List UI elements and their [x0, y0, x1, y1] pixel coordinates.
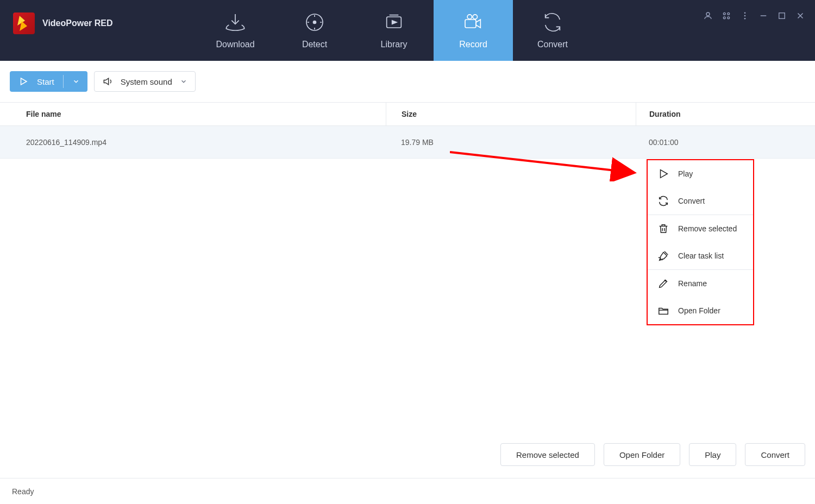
svg-point-13	[744, 18, 746, 20]
nav-detect[interactable]: Detect	[275, 0, 354, 61]
play-label: Play	[705, 450, 720, 459]
remove-selected-button[interactable]: Remove selected	[500, 443, 595, 466]
cell-duration: 00:01:00	[636, 138, 815, 147]
open-folder-label: Open Folder	[619, 450, 664, 459]
table-row[interactable]: 20220616_114909.mp4 19.79 MB 00:01:00	[0, 126, 815, 159]
audio-source-dropdown[interactable]: System sound	[94, 71, 196, 92]
maximize-button[interactable]	[777, 11, 787, 21]
app-title: VideoPower RED	[42, 18, 113, 28]
ctx-open-folder[interactable]: Open Folder	[648, 297, 753, 324]
open-folder-button[interactable]: Open Folder	[604, 443, 680, 466]
svg-point-8	[728, 12, 730, 15]
table-body: 20220616_114909.mp4 19.79 MB 00:01:00	[0, 126, 815, 159]
column-header-duration[interactable]: Duration	[636, 103, 815, 125]
detect-icon	[304, 11, 325, 33]
ctx-convert-label: Convert	[678, 197, 705, 205]
speaker-icon	[102, 76, 113, 87]
column-header-size[interactable]: Size	[386, 103, 636, 125]
ctx-play[interactable]: Play	[648, 160, 753, 187]
svg-point-9	[723, 17, 725, 19]
svg-point-11	[744, 12, 746, 14]
nav-record[interactable]: Record	[434, 0, 513, 61]
svg-point-10	[728, 17, 730, 19]
folder-icon	[657, 305, 669, 317]
svg-point-1	[314, 21, 316, 24]
play-icon	[18, 77, 28, 86]
svg-point-4	[467, 15, 472, 19]
ctx-remove-label: Remove selected	[678, 224, 737, 233]
ctx-clear[interactable]: Clear task list	[648, 242, 753, 269]
nav-detect-label: Detect	[302, 40, 327, 49]
refresh-icon	[657, 195, 669, 207]
remove-label: Remove selected	[516, 450, 579, 459]
table-header: File name Size Duration	[0, 102, 815, 126]
status-bar: Ready	[0, 478, 815, 504]
cell-size: 19.79 MB	[386, 138, 636, 147]
nav-download[interactable]: Download	[196, 0, 275, 61]
close-button[interactable]	[795, 11, 805, 21]
pencil-icon	[657, 278, 669, 289]
column-header-file[interactable]: File name	[0, 110, 386, 118]
start-label: Start	[37, 77, 54, 86]
nav-download-label: Download	[216, 40, 254, 49]
convert-icon	[542, 11, 563, 33]
convert-label: Convert	[761, 450, 789, 459]
bottom-actions: Remove selected Open Folder Play Convert	[500, 443, 805, 466]
svg-point-7	[723, 12, 725, 15]
cell-filename: 20220616_114909.mp4	[0, 138, 386, 147]
nav-library[interactable]: Library	[354, 0, 434, 61]
nav-record-label: Record	[459, 40, 487, 49]
nav-convert-label: Convert	[537, 40, 568, 49]
ctx-open-folder-label: Open Folder	[678, 306, 720, 315]
svg-rect-14	[779, 13, 785, 19]
app-logo-icon	[13, 12, 35, 34]
account-icon[interactable]	[703, 11, 713, 21]
svg-point-6	[706, 12, 710, 16]
record-icon	[462, 11, 484, 33]
start-record-button[interactable]: Start	[10, 71, 87, 92]
convert-button[interactable]: Convert	[745, 443, 805, 466]
ctx-rename[interactable]: Rename	[648, 270, 753, 297]
window-controls	[703, 11, 805, 21]
status-text: Ready	[12, 487, 34, 496]
minimize-button[interactable]	[758, 11, 768, 21]
trash-icon	[657, 223, 669, 235]
nav-library-label: Library	[381, 40, 408, 49]
ctx-clear-label: Clear task list	[678, 251, 724, 260]
apps-icon[interactable]	[722, 11, 731, 21]
divider	[63, 75, 64, 88]
svg-point-5	[473, 15, 477, 19]
svg-rect-3	[465, 20, 476, 28]
record-toolbar: Start System sound	[0, 61, 815, 102]
play-button[interactable]: Play	[689, 443, 736, 466]
ctx-rename-label: Rename	[678, 279, 707, 288]
more-icon[interactable]	[740, 11, 750, 21]
audio-label: System sound	[121, 77, 172, 86]
svg-point-12	[744, 15, 746, 17]
broom-icon	[657, 250, 669, 262]
chevron-down-icon	[180, 78, 187, 85]
context-menu: Play Convert Remove selected Clear task …	[647, 159, 754, 325]
ctx-remove[interactable]: Remove selected	[648, 215, 753, 242]
download-icon	[224, 11, 246, 33]
library-icon	[383, 11, 405, 33]
chevron-down-icon	[72, 78, 80, 85]
ctx-convert[interactable]: Convert	[648, 187, 753, 215]
main-nav: Download Detect Library Record	[196, 0, 592, 61]
nav-convert[interactable]: Convert	[513, 0, 592, 61]
app-header: VideoPower RED Download Detect Library	[0, 0, 815, 61]
play-icon	[657, 168, 669, 180]
brand: VideoPower RED	[0, 10, 196, 37]
ctx-play-label: Play	[678, 169, 693, 178]
